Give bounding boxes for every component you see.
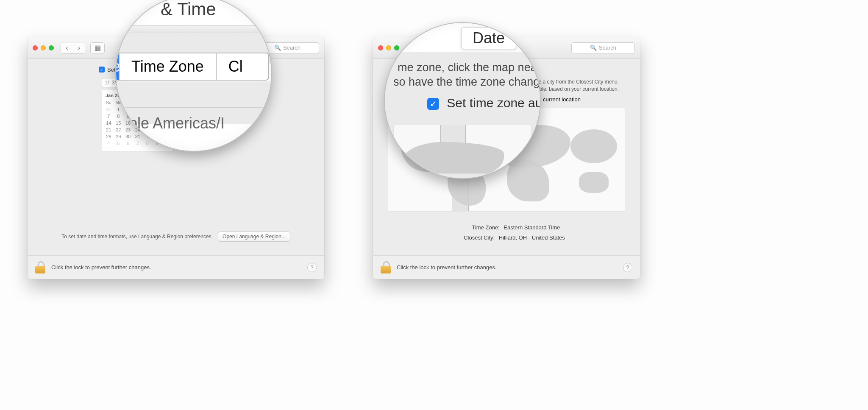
help-button[interactable]: ? [623, 263, 632, 272]
open-language-region-button[interactable]: Open Language & Region... [218, 231, 290, 242]
zoom-tab-time-zone[interactable]: Time Zone [119, 53, 216, 80]
search-placeholder: Search [283, 45, 300, 51]
search-placeholder: Search [599, 45, 616, 51]
format-hint: To set date and time formats, use Langua… [61, 234, 213, 240]
lock-text: Click the lock to prevent further change… [397, 264, 497, 271]
zoom-icon[interactable] [394, 45, 399, 50]
minimize-icon[interactable] [41, 45, 46, 50]
zoom-help-line-1: me zone, click the map near y [398, 61, 541, 74]
zoom-set-tz-auto-checkbox[interactable]: ✓ [427, 98, 439, 110]
tz-zone-value: Eastern Standard Time [504, 223, 560, 233]
search-icon: 🔍 [274, 45, 281, 51]
tz-zone-label: Time Zone: [453, 223, 500, 233]
zoom-tab-clock-fragment[interactable]: Cl [216, 53, 268, 80]
close-icon[interactable] [378, 45, 383, 50]
zoom-icon[interactable] [49, 45, 54, 50]
tz-city-label: Closest City: [448, 233, 495, 243]
magnifier-right: Date me zone, click the map near y so ha… [384, 22, 541, 179]
zoom-set-tz-auto-label: Set time zone auto [447, 96, 541, 110]
tz-city-value: Hilliard, OH - United States [499, 233, 565, 243]
window-controls [378, 45, 399, 50]
close-icon[interactable] [33, 45, 38, 50]
nav-buttons: ‹ › [61, 42, 85, 54]
unlocked-lock-icon[interactable] [35, 262, 45, 273]
zoom-title-fragment: & Time [161, 0, 216, 20]
magnifier-left: & Time e Time Zone Cl ple Americas/I [115, 0, 272, 152]
forward-button[interactable]: › [73, 42, 85, 53]
zoom-help-line-2: so have the time zone change a [393, 75, 541, 89]
lock-bar: Click the lock to prevent further change… [373, 255, 640, 279]
search-field[interactable]: 🔍 Search [571, 42, 635, 53]
zoom-title-fragment: Date [473, 29, 505, 47]
lock-text: Click the lock to prevent further change… [51, 264, 151, 271]
set-tz-auto-label-fragment: g current location [538, 96, 581, 103]
back-button[interactable]: ‹ [61, 42, 73, 53]
window-controls [33, 45, 54, 50]
show-all-button[interactable]: ▦ [90, 42, 105, 53]
set-auto-checkbox[interactable]: ✓ [99, 67, 105, 73]
minimize-icon[interactable] [386, 45, 391, 50]
help-button[interactable]: ? [307, 263, 317, 272]
unlocked-lock-icon[interactable] [381, 262, 391, 273]
search-icon: 🔍 [590, 45, 597, 51]
lock-bar: Click the lock to prevent further change… [28, 255, 324, 279]
zoom-server-fragment: ple Americas/I [129, 114, 225, 132]
